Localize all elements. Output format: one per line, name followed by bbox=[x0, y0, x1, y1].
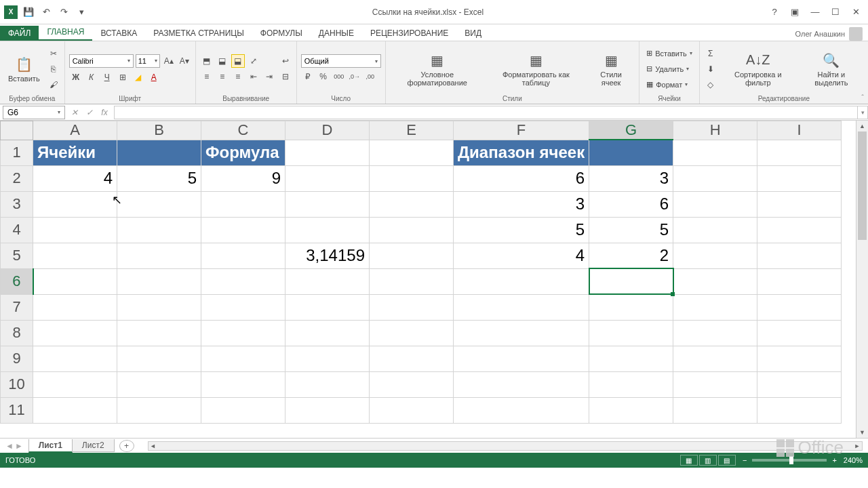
cell-E8[interactable] bbox=[370, 320, 454, 346]
cell-H2[interactable] bbox=[673, 165, 757, 191]
sort-filter-button[interactable]: A↓Z Сортировка и фильтр bbox=[720, 49, 796, 88]
borders-icon[interactable]: ⊞ bbox=[116, 70, 130, 84]
row-header-5[interactable]: 5 bbox=[1, 243, 33, 268]
row-header-9[interactable]: 9 bbox=[1, 346, 33, 371]
autosum-icon[interactable]: Σ bbox=[704, 47, 717, 60]
cell-I2[interactable] bbox=[757, 165, 842, 191]
cell-C7[interactable] bbox=[201, 294, 285, 320]
cell-E9[interactable] bbox=[370, 346, 454, 371]
cell-I4[interactable] bbox=[757, 217, 842, 243]
clear-icon[interactable]: ◇ bbox=[704, 78, 717, 92]
cell-G4[interactable]: 5 bbox=[589, 217, 673, 243]
ribbon-options-icon[interactable]: ▣ bbox=[788, 5, 802, 19]
cell-H7[interactable] bbox=[673, 294, 757, 320]
column-header-G[interactable]: G bbox=[589, 121, 673, 140]
cell-E7[interactable] bbox=[370, 294, 454, 320]
cell-styles-button[interactable]: ▦ Стили ячеек bbox=[587, 49, 635, 88]
cell-A3[interactable] bbox=[33, 191, 117, 217]
zoom-slider[interactable] bbox=[752, 459, 827, 462]
format-cells-button[interactable]: ▦Формат▾ bbox=[644, 78, 695, 92]
row-header-4[interactable]: 4 bbox=[1, 217, 33, 243]
save-icon[interactable]: 💾 bbox=[22, 5, 35, 19]
sheet-tab-1[interactable]: Лист1 bbox=[28, 439, 73, 453]
cell-F8[interactable] bbox=[454, 320, 589, 346]
cell-F10[interactable] bbox=[454, 371, 589, 397]
insert-function-icon[interactable]: fx bbox=[98, 106, 111, 119]
cell-G2[interactable]: 3 bbox=[589, 165, 673, 191]
italic-button[interactable]: К bbox=[85, 70, 98, 84]
cell-C11[interactable] bbox=[201, 397, 285, 423]
cell-B8[interactable] bbox=[117, 320, 201, 346]
cell-A6[interactable] bbox=[33, 268, 117, 294]
cell-I6[interactable] bbox=[757, 268, 842, 294]
cell-C9[interactable] bbox=[201, 346, 285, 371]
wrap-text-icon[interactable]: ↩ bbox=[279, 54, 292, 68]
cell-D3[interactable] bbox=[285, 191, 370, 217]
cell-B3[interactable] bbox=[117, 191, 201, 217]
row-header-1[interactable]: 1 bbox=[1, 140, 33, 165]
cell-D8[interactable] bbox=[285, 320, 370, 346]
cell-B5[interactable] bbox=[117, 243, 201, 268]
cell-B1[interactable] bbox=[117, 140, 201, 165]
cell-F3[interactable]: 3 bbox=[454, 191, 589, 217]
cell-G3[interactable]: 6 bbox=[589, 191, 673, 217]
minimize-icon[interactable]: — bbox=[808, 5, 822, 19]
align-left-icon[interactable]: ≡ bbox=[200, 70, 214, 83]
worksheet-grid[interactable]: ABCDEFGHI1ЯчейкиФормулаДиапазон ячеек245… bbox=[0, 121, 868, 438]
tab-insert[interactable]: ВСТАВКА bbox=[92, 26, 145, 41]
scroll-right-icon[interactable]: ► bbox=[852, 442, 862, 450]
align-middle-icon[interactable]: ⬓ bbox=[216, 54, 229, 68]
delete-cells-button[interactable]: ⊟Удалить▾ bbox=[644, 62, 695, 76]
column-header-E[interactable]: E bbox=[370, 121, 454, 140]
cell-D5[interactable]: 3,14159 bbox=[285, 243, 370, 268]
align-right-icon[interactable]: ≡ bbox=[231, 70, 245, 83]
cell-I7[interactable] bbox=[757, 294, 842, 320]
row-header-7[interactable]: 7 bbox=[1, 294, 33, 320]
undo-icon[interactable]: ↶ bbox=[39, 5, 53, 19]
column-header-C[interactable]: C bbox=[201, 121, 285, 140]
cell-A2[interactable]: 4 bbox=[33, 165, 117, 191]
page-layout-view-icon[interactable]: ▥ bbox=[699, 455, 717, 466]
increase-font-icon[interactable]: A▴ bbox=[162, 54, 176, 68]
row-header-3[interactable]: 3 bbox=[1, 191, 33, 217]
horizontal-scrollbar[interactable]: ◄ ► bbox=[148, 441, 863, 451]
cell-H10[interactable] bbox=[673, 371, 757, 397]
zoom-level[interactable]: 240% bbox=[844, 456, 863, 464]
sheet-next-icon[interactable]: ► bbox=[15, 441, 23, 451]
close-icon[interactable]: ✕ bbox=[849, 5, 863, 19]
scroll-up-icon[interactable]: ▲ bbox=[856, 121, 868, 131]
cell-A1[interactable]: Ячейки bbox=[33, 140, 117, 165]
font-size-combo[interactable]: 11▾ bbox=[136, 54, 160, 68]
decrease-indent-icon[interactable]: ⇤ bbox=[247, 70, 260, 83]
scroll-thumb[interactable] bbox=[858, 131, 867, 240]
normal-view-icon[interactable]: ▦ bbox=[680, 455, 698, 466]
tab-review[interactable]: РЕЦЕНЗИРОВАНИЕ bbox=[362, 26, 456, 41]
cell-A11[interactable] bbox=[33, 397, 117, 423]
orientation-icon[interactable]: ⤢ bbox=[247, 54, 260, 68]
cell-H1[interactable] bbox=[673, 140, 757, 165]
cell-D11[interactable] bbox=[285, 397, 370, 423]
name-box[interactable]: G6▾ bbox=[3, 106, 65, 119]
align-bottom-icon[interactable]: ⬓ bbox=[231, 54, 245, 68]
cell-F6[interactable] bbox=[454, 268, 589, 294]
cell-H3[interactable] bbox=[673, 191, 757, 217]
cell-H4[interactable] bbox=[673, 217, 757, 243]
sheet-prev-icon[interactable]: ◄ bbox=[5, 441, 14, 451]
insert-cells-button[interactable]: ⊞Вставить▾ bbox=[644, 47, 695, 60]
cell-D4[interactable] bbox=[285, 217, 370, 243]
cell-G10[interactable] bbox=[589, 371, 673, 397]
column-header-I[interactable]: I bbox=[757, 121, 842, 140]
cell-C1[interactable]: Формула bbox=[201, 140, 285, 165]
cell-C2[interactable]: 9 bbox=[201, 165, 285, 191]
cell-D10[interactable] bbox=[285, 371, 370, 397]
cell-A9[interactable] bbox=[33, 346, 117, 371]
cell-G6[interactable] bbox=[589, 268, 673, 294]
copy-icon[interactable]: ⎘ bbox=[47, 62, 60, 76]
column-header-D[interactable]: D bbox=[285, 121, 370, 140]
cell-H11[interactable] bbox=[673, 397, 757, 423]
format-as-table-button[interactable]: ▦ Форматировать как таблицу bbox=[488, 49, 585, 88]
fill-color-icon[interactable]: ◢ bbox=[132, 70, 145, 84]
cell-B10[interactable] bbox=[117, 371, 201, 397]
fill-icon[interactable]: ⬇ bbox=[704, 62, 717, 76]
cell-G8[interactable] bbox=[589, 320, 673, 346]
